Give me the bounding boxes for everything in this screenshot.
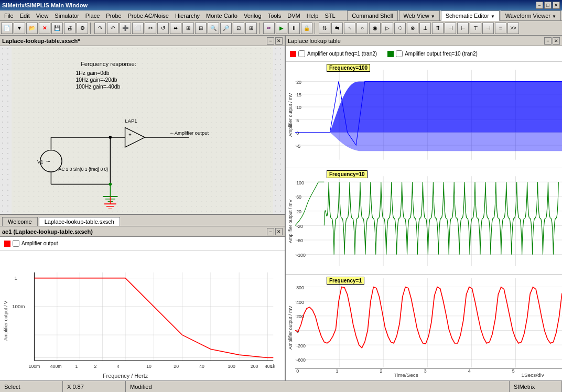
menu-edit[interactable]: Edit — [17, 12, 33, 19]
ac-min-btn[interactable]: − — [267, 228, 274, 235]
ac-y-axis-label: Amplifier output / V — [0, 251, 12, 391]
svg-text:200: 200 — [251, 364, 258, 369]
menu-view[interactable]: View — [33, 12, 52, 19]
maximize-button[interactable]: □ — [544, 2, 552, 9]
toolbar-add[interactable]: ➕ — [120, 23, 131, 34]
svg-text:Time/Secs: Time/Secs — [394, 372, 418, 378]
waveform-legend-checkbox-1[interactable] — [298, 50, 305, 57]
toolbar-frame[interactable]: ⬜ — [132, 23, 144, 34]
svg-text:10Hz gain=-20db: 10Hz gain=-20db — [75, 77, 117, 83]
toolbar-print[interactable]: 🖨 — [64, 23, 75, 34]
svg-text:4: 4 — [117, 364, 120, 369]
menu-stl[interactable]: STL — [321, 12, 338, 19]
toolbar-cut[interactable]: ✂ — [145, 23, 156, 34]
menu-simulator[interactable]: Simulator — [51, 12, 82, 19]
ac-legend-label: Amplifier output — [21, 241, 58, 246]
toolbar-rotate[interactable]: ↺ — [157, 23, 169, 34]
toolbar-probe12[interactable]: ⊢ — [457, 23, 469, 34]
toolbar-probe8[interactable]: ⊗ — [407, 23, 418, 34]
toolbar-more[interactable]: >> — [507, 23, 519, 34]
toolbar-run[interactable]: ▶ — [276, 23, 287, 34]
waveform-min-btn[interactable]: − — [544, 37, 552, 45]
svg-text:AC 1 0 Sin(0 1 {freq} 0 0): AC 1 0 Sin(0 1 {freq} 0 0) — [59, 167, 109, 172]
chart-freq10-area[interactable]: Frequency=10 — [295, 168, 562, 274]
toolbar-probe3[interactable]: ∿ — [344, 23, 355, 34]
toolbar-undo[interactable]: ↶ — [107, 23, 118, 34]
toolbar-close-x[interactable]: ✕ — [39, 23, 50, 34]
toolbar-grid2[interactable]: ⊟ — [195, 23, 207, 34]
waveform-legend-color-2 — [387, 51, 394, 57]
waveform-legend-checkbox-2[interactable] — [396, 50, 403, 57]
ac-legend-checkbox[interactable] — [13, 240, 19, 247]
tab-welcome[interactable]: Welcome — [2, 217, 38, 226]
schematic-close-btn[interactable]: ✕ — [275, 37, 283, 45]
toolbar-probe11[interactable]: ⊣ — [445, 23, 456, 34]
toolbar-zoom-in[interactable]: 🔍 — [208, 23, 219, 34]
svg-text:100: 100 — [296, 180, 304, 186]
toolbar-probe10[interactable]: ⇈ — [432, 23, 444, 34]
toolbar-probe5[interactable]: ◉ — [369, 23, 381, 34]
toolbar-probe1[interactable]: ⇅ — [319, 23, 330, 34]
toolbar-probe4[interactable]: ○ — [356, 23, 368, 34]
schematic-canvas[interactable]: Ferquency response: 1Hz gain=0db 10Hz ga… — [0, 46, 285, 214]
svg-text:2: 2 — [380, 368, 383, 374]
waveform-close-btn[interactable]: ✕ — [553, 37, 560, 45]
waveform-charts: Amplifier output / mV Frequency=100 — [286, 62, 562, 380]
minimize-button[interactable]: − — [536, 2, 543, 9]
menu-probe-ac-noise[interactable]: Probe AC/Noise — [125, 12, 172, 19]
chart-freq100-svg: 20 15 10 5 0 -5 — [295, 62, 562, 168]
chart-freq1-area[interactable]: Frequency=1 — [295, 275, 562, 380]
menu-dvm[interactable]: DVM — [284, 12, 303, 19]
menu-tools[interactable]: Tools — [265, 12, 285, 19]
svg-text:1k: 1k — [271, 364, 276, 369]
chart-freq10-ylabel: Amplifier output / mV — [286, 168, 295, 274]
svg-text:←Amplifier output: ←Amplifier output — [169, 130, 209, 136]
toolbar-probe15[interactable]: ≡ — [495, 23, 506, 34]
toolbar-probe6[interactable]: ▷ — [382, 23, 393, 34]
toolbar-probe9[interactable]: ⊥ — [419, 23, 431, 34]
menu-place[interactable]: Place — [82, 12, 103, 19]
schematic-min-btn[interactable]: − — [267, 37, 274, 45]
waveform-viewer-tab[interactable]: Waveform Viewer ▼ — [501, 10, 561, 21]
toolbar-dropdown[interactable]: ▼ — [14, 23, 25, 34]
schematic-editor-tab[interactable]: Schematic Editor ▼ — [441, 10, 500, 21]
toolbar-lock[interactable]: 🔒 — [301, 23, 312, 34]
svg-text:-600: -600 — [296, 357, 306, 363]
menu-help[interactable]: Help — [304, 12, 322, 19]
menu-monte-carlo[interactable]: Monte Carlo — [203, 12, 241, 19]
toolbar-new[interactable]: 📄 — [1, 23, 13, 34]
ac-close-btn[interactable]: ✕ — [275, 228, 283, 235]
toolbar-save[interactable]: 💾 — [51, 23, 63, 34]
menu-verilog[interactable]: Verilog — [241, 12, 265, 19]
chart-freq100-area[interactable]: Frequency=100 — [295, 62, 562, 168]
toolbar-pause[interactable]: ⏸ — [288, 23, 300, 34]
menu-hierarchy[interactable]: Hierarchy — [172, 12, 203, 19]
web-view-tab[interactable]: Web View ▼ — [399, 10, 440, 21]
toolbar-settings[interactable]: ⚙ — [77, 23, 88, 34]
tab-schematic[interactable]: Laplace-lookup-table.sxsch — [39, 217, 120, 226]
toolbar-zoom-out[interactable]: 🔎 — [220, 23, 232, 34]
svg-text:20: 20 — [296, 80, 301, 85]
toolbar-zoom-fit[interactable]: ⊡ — [233, 23, 244, 34]
toolbar-grid[interactable]: ⊞ — [182, 23, 194, 34]
command-shell-tab[interactable]: Command Shell — [347, 10, 397, 21]
toolbar-open[interactable]: 📂 — [26, 23, 38, 34]
toolbar-probe-wire[interactable]: ✏ — [263, 23, 275, 34]
toolbar-probe14[interactable]: ⊣ — [482, 23, 494, 34]
waveform-legend-label-1: Amplifier output freq=1 (tran2) — [307, 51, 377, 57]
toolbar-probe13[interactable]: ⊤ — [470, 23, 481, 34]
toolbar-redo[interactable]: ↷ — [94, 23, 106, 34]
toolbar-probe7[interactable]: ⬡ — [394, 23, 406, 34]
svg-text:Ferquency response:: Ferquency response: — [81, 61, 136, 67]
svg-text:Frequency / Hertz: Frequency / Hertz — [103, 373, 148, 379]
main-content: Laplace-lookup-table.sxsch* − ✕ — [0, 36, 562, 380]
schematic-pane-controls: − ✕ — [267, 37, 283, 45]
ac-chart-area[interactable]: 1 100m 100m 400m 1 2 4 10 20 40 — [12, 251, 285, 391]
toolbar-sep1 — [90, 23, 92, 34]
menu-file[interactable]: File — [1, 12, 17, 19]
close-button[interactable]: ✕ — [553, 2, 560, 9]
toolbar-flip[interactable]: ⬌ — [170, 23, 181, 34]
toolbar-zoom-sel[interactable]: ⊞ — [245, 23, 257, 34]
menu-probe[interactable]: Probe — [103, 12, 124, 19]
toolbar-probe2[interactable]: ⇆ — [331, 23, 343, 34]
